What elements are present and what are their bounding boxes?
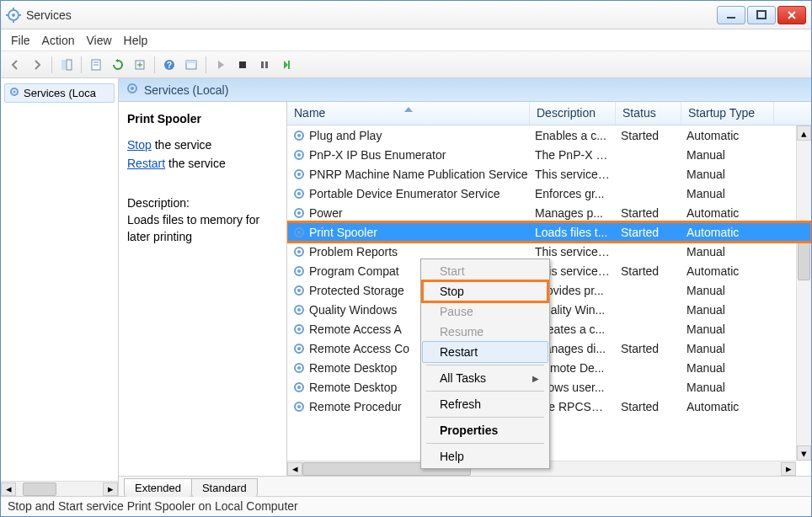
pause-service-button[interactable] xyxy=(255,56,274,74)
gear-icon xyxy=(292,284,306,297)
service-startup-type: Manual xyxy=(681,303,774,317)
menu-start: Start xyxy=(423,261,548,281)
column-name[interactable]: Name xyxy=(287,102,530,125)
menu-help[interactable]: Help xyxy=(124,34,148,47)
service-name: PNRP Machine Name Publication Service xyxy=(309,168,528,181)
service-row[interactable]: Print SpoolerLoads files t...StartedAuto… xyxy=(287,222,811,242)
svg-point-29 xyxy=(297,153,301,157)
service-name: Quality Windows xyxy=(309,303,397,317)
menu-view[interactable]: View xyxy=(86,34,111,47)
gear-icon xyxy=(292,148,306,162)
service-description: Loads files t... xyxy=(530,226,616,239)
service-row[interactable]: Plug and PlayEnables a c...StartedAutoma… xyxy=(287,125,811,145)
menu-pause: Pause xyxy=(423,301,548,322)
service-row[interactable]: PnP-X IP Bus EnumeratorThe PnP-X b...Man… xyxy=(287,145,811,164)
scrollbar-thumb[interactable] xyxy=(23,482,56,496)
svg-rect-21 xyxy=(288,61,290,69)
service-startup-type: Automatic xyxy=(681,226,774,239)
export-button[interactable] xyxy=(131,56,149,74)
properties-button[interactable] xyxy=(87,56,105,74)
menu-restart[interactable]: Restart xyxy=(422,341,548,363)
stop-link[interactable]: Stop xyxy=(127,138,152,152)
gear-icon xyxy=(292,226,306,239)
column-status[interactable]: Status xyxy=(616,102,681,125)
service-status: Started xyxy=(616,342,681,355)
help-button[interactable]: ? xyxy=(160,56,179,74)
tree-panel: Services (Loca ◂ ▸ xyxy=(1,78,119,496)
svg-point-51 xyxy=(297,366,301,370)
selected-service-name: Print Spooler xyxy=(127,112,278,125)
service-startup-type: Manual xyxy=(681,284,774,297)
restart-link[interactable]: Restart xyxy=(127,157,165,170)
scroll-right-icon[interactable]: ▸ xyxy=(781,462,796,476)
menu-help[interactable]: Help xyxy=(423,446,548,466)
maximize-button[interactable] xyxy=(747,6,776,24)
gear-icon xyxy=(292,129,306,142)
svg-point-55 xyxy=(297,405,301,408)
svg-text:?: ? xyxy=(167,61,172,70)
forward-button[interactable] xyxy=(28,56,46,74)
gear-icon xyxy=(292,264,306,278)
service-name: Remote Access A xyxy=(309,322,402,336)
refresh-button[interactable] xyxy=(109,56,127,74)
tree-horizontal-scrollbar[interactable]: ◂ ▸ xyxy=(1,481,118,496)
service-name: Print Spooler xyxy=(309,226,377,239)
gear-icon xyxy=(292,206,306,220)
tab-extended[interactable]: Extended xyxy=(124,478,192,497)
back-button[interactable] xyxy=(6,56,24,74)
svg-point-45 xyxy=(297,308,301,312)
menu-resume: Resume xyxy=(423,322,548,342)
scroll-left-icon[interactable]: ◂ xyxy=(1,482,16,496)
context-menu: Start Stop Pause Resume Restart All Task… xyxy=(420,258,550,469)
sort-ascending-icon xyxy=(404,102,413,115)
menu-refresh[interactable]: Refresh xyxy=(423,394,548,414)
service-status: Started xyxy=(616,206,681,220)
svg-point-33 xyxy=(297,192,301,195)
service-row[interactable]: PowerManages p...StartedAutomatic xyxy=(287,203,811,222)
services-app-icon xyxy=(6,8,21,23)
show-hide-tree-button[interactable] xyxy=(57,56,76,74)
service-name: PnP-X IP Bus Enumerator xyxy=(309,148,446,162)
menu-properties[interactable]: Properties xyxy=(423,420,548,440)
restart-service-button[interactable] xyxy=(277,56,296,74)
scroll-right-icon[interactable]: ▸ xyxy=(103,482,118,496)
tab-bar: Extended Standard xyxy=(119,476,811,496)
svg-rect-7 xyxy=(757,11,766,19)
svg-rect-6 xyxy=(727,17,735,19)
service-name: Remote Access Co xyxy=(309,342,409,355)
minimize-button[interactable] xyxy=(717,6,745,24)
service-startup-type: Manual xyxy=(681,245,774,258)
service-startup-type: Manual xyxy=(681,342,774,355)
menu-all-tasks[interactable]: All Tasks▶ xyxy=(423,368,548,388)
svg-point-43 xyxy=(297,289,301,292)
scroll-left-icon[interactable]: ◂ xyxy=(287,462,302,476)
window-title: Services xyxy=(26,8,717,22)
service-description: Enforces gr... xyxy=(530,187,616,200)
svg-point-41 xyxy=(297,269,301,273)
menu-action[interactable]: Action xyxy=(42,34,75,47)
svg-rect-17 xyxy=(186,61,196,63)
tab-standard[interactable]: Standard xyxy=(191,478,258,497)
svg-rect-20 xyxy=(265,61,268,68)
vertical-scrollbar[interactable]: ▴ ▾ xyxy=(796,125,811,461)
menu-stop[interactable]: Stop xyxy=(423,281,548,301)
service-description: This service ... xyxy=(530,168,616,181)
close-button[interactable] xyxy=(777,6,806,24)
svg-rect-19 xyxy=(261,61,264,68)
svg-point-47 xyxy=(297,328,301,331)
scroll-down-icon[interactable]: ▾ xyxy=(797,445,811,461)
column-startup-type[interactable]: Startup Type xyxy=(681,102,774,125)
show-hide-action-button[interactable] xyxy=(182,56,200,74)
menu-file[interactable]: File xyxy=(11,34,30,47)
service-startup-type: Automatic xyxy=(681,206,774,220)
scroll-up-icon[interactable]: ▴ xyxy=(797,125,811,141)
svg-point-1 xyxy=(12,13,15,17)
stop-service-button[interactable] xyxy=(233,56,252,74)
tree-item-services[interactable]: Services (Loca xyxy=(4,83,115,103)
service-row[interactable]: Portable Device Enumerator ServiceEnforc… xyxy=(287,184,811,203)
start-service-button[interactable] xyxy=(211,56,230,74)
service-row[interactable]: PNRP Machine Name Publication ServiceThi… xyxy=(287,164,811,184)
description-label: Description: xyxy=(127,196,278,210)
column-description[interactable]: Description xyxy=(530,102,616,125)
panel-header: Services (Local) xyxy=(119,78,811,102)
